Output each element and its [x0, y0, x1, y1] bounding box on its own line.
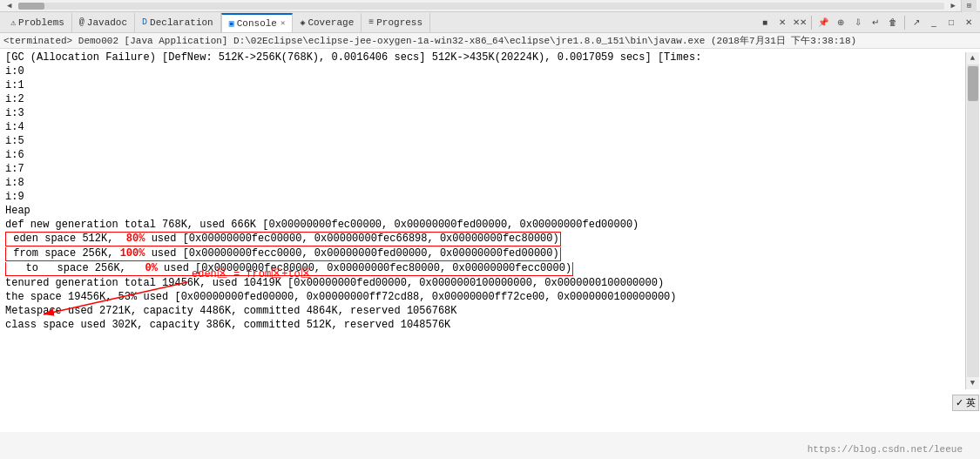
line-i7: i:7	[5, 162, 975, 176]
line-i5: i:5	[5, 134, 975, 148]
declaration-icon: D	[142, 17, 147, 27]
line-i2: i:2	[5, 92, 975, 106]
top-scrollbar: ◀ ▶ ⊞	[0, 0, 980, 12]
line-i9: i:9	[5, 190, 975, 204]
console-area[interactable]: [GC (Allocation Failure) [DefNew: 512K->…	[0, 49, 980, 432]
line-i3: i:3	[5, 106, 975, 120]
tab-javadoc[interactable]: @ Javadoc	[72, 13, 135, 32]
gc-line: [GC (Allocation Failure) [DefNew: 512K->…	[5, 51, 975, 64]
toolbar-sep1	[811, 16, 812, 30]
line-eden: eden space 512K, 80% used [0x00000000fec…	[5, 232, 975, 246]
clear-button[interactable]: 🗑	[885, 15, 901, 30]
to-percent: 0%	[145, 262, 157, 274]
line-i0: i:0	[5, 64, 975, 78]
console-icon: ▣	[229, 18, 234, 29]
tab-problems[interactable]: ⚠ Problems	[3, 13, 72, 32]
line-tenured: tenured generation total 19456K, used 10…	[5, 276, 975, 290]
line-i4: i:4	[5, 120, 975, 134]
check-icon: ✓	[956, 397, 963, 408]
tab-console-label: Console	[237, 18, 277, 29]
eden-percent: 80%	[126, 233, 145, 245]
to-highlight-box: to space 256K, 0% used [0x00000000fec800…	[5, 262, 573, 276]
language-label: 英	[966, 397, 976, 408]
maximize-button[interactable]: □	[943, 15, 959, 30]
tab-progress[interactable]: ≡ Progress	[362, 13, 430, 32]
tab-declaration-label: Declaration	[150, 17, 213, 28]
pin-button[interactable]: 📌	[815, 15, 831, 30]
scroll-down-arrow[interactable]: ▼	[967, 377, 979, 389]
tab-coverage-label: Coverage	[308, 17, 354, 28]
tab-toolbar: ■ ✕ ✕✕ 📌 ⊕ ⇩ ↵ 🗑 ↗ _ □ ✕	[757, 15, 977, 30]
minimize-button[interactable]: _	[926, 15, 942, 30]
tab-coverage[interactable]: ◈ Coverage	[293, 13, 362, 32]
tab-console[interactable]: ▣ Console ✕	[221, 13, 294, 32]
scroll-track[interactable]	[18, 3, 943, 10]
tab-problems-label: Problems	[18, 17, 64, 28]
scroll-track-vertical[interactable]	[967, 64, 979, 377]
language-badge[interactable]: ✓ 英	[952, 395, 979, 411]
scroll-thumb-vertical[interactable]	[968, 66, 978, 101]
tab-progress-label: Progress	[376, 17, 422, 28]
line-i8: i:8	[5, 176, 975, 190]
line-the-space: the space 19456K, 53% used [0x00000000fe…	[5, 290, 975, 304]
tab-javadoc-label: Javadoc	[87, 17, 127, 28]
tab-close-icon[interactable]: ✕	[280, 18, 285, 28]
line-from: from space 256K, 100% used [0x00000000fe…	[5, 246, 975, 261]
from-highlight-box: from space 256K, 100% used [0x00000000fe…	[5, 247, 561, 261]
remove-button[interactable]: ✕	[774, 15, 790, 30]
progress-icon: ≡	[368, 17, 374, 27]
line-metaspace: Metaspace used 2721K, capacity 4486K, co…	[5, 304, 975, 318]
problems-icon: ⚠	[10, 17, 16, 28]
scroll-right-arrow[interactable]: ▶	[948, 1, 959, 10]
toolbar-sep2	[904, 16, 905, 30]
scroll-left-arrow[interactable]: ◀	[3, 1, 15, 10]
status-bar: <terminated> Demo002 [Java Application] …	[0, 33, 980, 49]
line-class-space: class space used 302K, capacity 386K, co…	[5, 318, 975, 332]
line-def-new: def new generation total 768K, used 666K…	[5, 218, 975, 232]
close-view-button[interactable]: ✕	[961, 15, 977, 30]
stop-button[interactable]: ■	[757, 15, 773, 30]
open-console-button[interactable]: ↗	[909, 15, 924, 30]
coverage-icon: ◈	[300, 17, 305, 28]
remove-all-button[interactable]: ✕✕	[792, 15, 808, 30]
scroll-up-arrow[interactable]: ▲	[967, 52, 979, 64]
javadoc-icon: @	[79, 17, 84, 27]
scroll-thumb[interactable]	[18, 3, 44, 10]
from-percent: 100%	[120, 247, 145, 260]
line-to: to space 256K, 0% used [0x00000000fec800…	[5, 261, 975, 276]
line-i6: i:6	[5, 148, 975, 162]
word-wrap-button[interactable]: ↵	[868, 15, 883, 30]
tab-bar: ⚠ Problems @ Javadoc D Declaration ▣ Con…	[0, 12, 980, 33]
new-console-button[interactable]: ⊕	[833, 15, 848, 30]
eden-highlight-box: eden space 512K, 80% used [0x00000000fec…	[5, 232, 561, 246]
watermark: https://blog.csdn.net/leeue	[808, 444, 963, 455]
vertical-scrollbar[interactable]: ▲ ▼	[965, 52, 979, 389]
tab-declaration[interactable]: D Declaration	[135, 13, 221, 32]
line-heap: Heap	[5, 204, 975, 218]
line-i1: i:1	[5, 78, 975, 92]
status-text: <terminated> Demo002 [Java Application] …	[3, 36, 856, 46]
scroll-lock-button[interactable]: ⇩	[850, 15, 866, 30]
